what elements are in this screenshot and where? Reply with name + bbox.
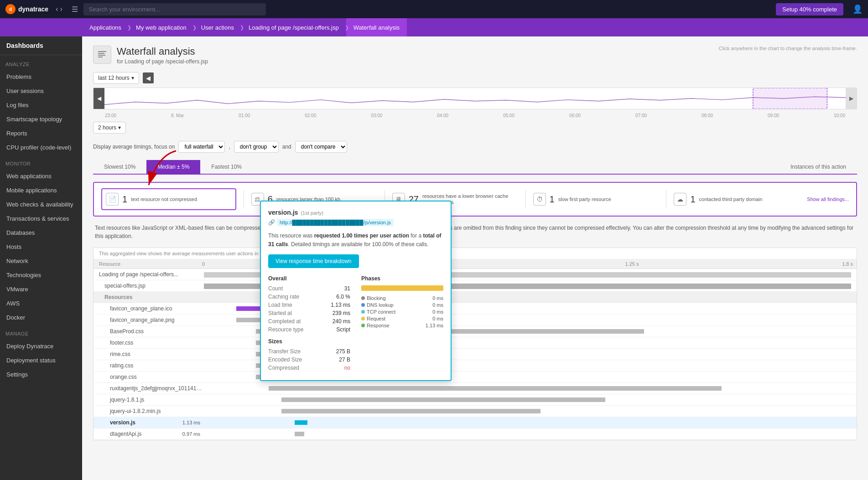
- time-range-select[interactable]: last 12 hours ▾: [93, 72, 139, 84]
- tl-label-1: 8. Mar: [171, 113, 184, 118]
- wf-row-8[interactable]: rating.css: [94, 360, 857, 372]
- setup-button[interactable]: Setup 40% complete: [776, 3, 843, 15]
- svg-rect-4: [753, 88, 827, 109]
- wf-name-0: Loading of page /special-offers...: [99, 271, 204, 278]
- findings-bar: 📄 1 text resource not compressed ⚖ 6 res…: [93, 182, 857, 217]
- wf-bar-segment-vs: [295, 420, 307, 425]
- tl-label-5: 04:00: [437, 113, 448, 118]
- wf-row-version-js[interactable]: version.js 1.13 ms: [94, 417, 857, 428]
- val-restype: Script: [336, 326, 350, 333]
- breadcrumb-my-web-app[interactable]: My web application: [129, 18, 194, 36]
- tab-fastest[interactable]: Fastest 10%: [200, 160, 253, 175]
- sidebar-item-technologies[interactable]: Technologies: [0, 268, 82, 282]
- wf-row-5[interactable]: BaseProd.css: [94, 326, 857, 337]
- page-title: Waterfall analysis: [117, 46, 208, 57]
- popup-bold1: requested 1.00 times per user action: [314, 232, 409, 239]
- sidebar: Dashboards Analyze Problems User session…: [0, 36, 82, 480]
- tab-instances[interactable]: Instances of this action: [780, 160, 857, 175]
- sidebar-item-reports[interactable]: Reports: [0, 126, 82, 140]
- tab-slowest[interactable]: Slowest 10%: [93, 160, 146, 175]
- wf-row-11[interactable]: jquery-1.8.1.js: [94, 394, 857, 406]
- phase-label-response: Response: [367, 323, 390, 328]
- sidebar-item-docker[interactable]: Docker: [0, 310, 82, 325]
- phase-label-tcp: TCP connect: [367, 309, 395, 315]
- sidebar-item-log-files[interactable]: Log files: [0, 98, 82, 112]
- perf-tabs: Slowest 10% Median ± 5% Fastest 10% Inst…: [93, 160, 857, 175]
- sidebar-item-transactions[interactable]: Transactions & services: [0, 212, 82, 226]
- tl-label-6: 05:00: [503, 113, 515, 118]
- breadcrumb-user-actions[interactable]: User actions: [194, 18, 241, 36]
- popup-size-2: Compressed no: [268, 365, 350, 371]
- finding-text-3: slow first party resource: [558, 196, 659, 202]
- sidebar-item-hosts[interactable]: Hosts: [0, 240, 82, 254]
- wf-row-10[interactable]: ruxitagentjs_2defgjjmoqrvx_1011410100...: [94, 383, 857, 394]
- show-all-findings[interactable]: Show all findings...: [807, 196, 849, 202]
- view-response-time-btn[interactable]: View response time breakdown: [268, 254, 359, 268]
- search-input[interactable]: [83, 3, 266, 15]
- tl-start: 0: [202, 261, 205, 267]
- link-icon: 🔗: [268, 219, 275, 226]
- sidebar-item-network[interactable]: Network: [0, 254, 82, 268]
- back-button[interactable]: ‹: [56, 5, 58, 13]
- wf-row-4[interactable]: favicon_orange_plane.png: [94, 315, 857, 326]
- wf-time-version-js: 1.13 ms: [177, 420, 204, 425]
- sidebar-item-cpu-profiler[interactable]: CPU profiler (code-level): [0, 140, 82, 155]
- timings-label: Display average timings, focus on: [93, 144, 175, 150]
- sidebar-item-problems[interactable]: Problems: [0, 70, 82, 84]
- sidebar-item-web-checks[interactable]: Web checks & availability: [0, 197, 82, 212]
- wf-name-1: special-offers.jsp: [99, 283, 204, 289]
- chart-forward-nav[interactable]: ▶: [846, 88, 857, 109]
- group-select[interactable]: don't group: [234, 141, 279, 153]
- tl-label-9: 08:00: [702, 113, 713, 118]
- resource-popup: version.js (1st party) 🔗 http://████████…: [260, 201, 452, 381]
- sidebar-dashboards[interactable]: Dashboards: [0, 36, 82, 55]
- wf-row-9[interactable]: orange.css: [94, 372, 857, 383]
- phase-label-dns: DNS lookup: [367, 302, 394, 308]
- phase-response: Response 1.13 ms: [361, 323, 443, 328]
- content-inner: Waterfall analysis for Loading of page /…: [82, 36, 868, 449]
- sidebar-item-smartscape[interactable]: Smartscape topology: [0, 112, 82, 126]
- wf-row-12[interactable]: jquery-ui-1.8.2.min.js: [94, 406, 857, 417]
- sidebar-item-deploy[interactable]: Deploy Dynatrace: [0, 339, 82, 353]
- val-cache: 6.0 %: [336, 294, 350, 300]
- mini-chart[interactable]: ◀ ▶: [93, 88, 857, 109]
- popup-url-row[interactable]: 🔗 http://████████████████████/js/version…: [268, 219, 443, 226]
- breadcrumb-loading-page[interactable]: Loading of page /special-offers.jsp: [241, 18, 346, 36]
- wf-row-0[interactable]: Loading of page /special-offers...: [94, 269, 857, 280]
- finding-slow-first-party[interactable]: ⏱ 1 slow first party resource: [533, 193, 659, 206]
- sidebar-item-deployment-status[interactable]: Deployment status: [0, 353, 82, 367]
- wf-row-3[interactable]: favicon_orange_plane.ico: [94, 303, 857, 315]
- finding-text-compressed[interactable]: 📄 1 text resource not compressed: [101, 188, 236, 210]
- sidebar-item-web-apps[interactable]: Web applications: [0, 169, 82, 183]
- wf-col-name-header: Resource: [94, 261, 198, 267]
- label-started: Started at: [268, 310, 292, 316]
- wf-row-6[interactable]: footer.css: [94, 337, 857, 349]
- sidebar-item-settings[interactable]: Settings: [0, 367, 82, 382]
- chart-back-nav[interactable]: ◀: [94, 88, 104, 109]
- wf-row-1[interactable]: special-offers.jsp: [94, 280, 857, 292]
- forward-button[interactable]: ›: [60, 5, 62, 13]
- top-nav-icon[interactable]: ☰: [72, 5, 78, 14]
- comma-separator: ,: [229, 144, 230, 150]
- breadcrumb-waterfall[interactable]: Waterfall analysis: [346, 18, 407, 36]
- finding-third-party[interactable]: ☁ 1 contacted third party domain: [674, 193, 800, 206]
- chart-back-button[interactable]: ◀: [143, 72, 154, 83]
- phase-dot-response: [361, 324, 365, 327]
- tab-median[interactable]: Median ± 5%: [146, 160, 200, 175]
- svg-rect-3: [98, 57, 103, 57]
- sidebar-item-user-sessions[interactable]: User sessions: [0, 84, 82, 98]
- user-avatar[interactable]: 👤: [852, 4, 863, 14]
- wf-row-7[interactable]: rime.css: [94, 349, 857, 360]
- compare-select[interactable]: don't compare: [295, 141, 347, 153]
- breadcrumb-applications[interactable]: Applications: [82, 18, 129, 36]
- sidebar-item-mobile-apps[interactable]: Mobile applications: [0, 183, 82, 197]
- duration-select[interactable]: 2 hours ▾: [93, 122, 126, 134]
- focus-select[interactable]: full waterfall: [178, 141, 225, 153]
- logo-icon: d: [5, 4, 16, 14]
- sidebar-item-databases[interactable]: Databases: [0, 226, 82, 240]
- sidebar-item-aws[interactable]: AWS: [0, 296, 82, 310]
- wf-time-dtagent: 0.97 ms: [177, 431, 204, 437]
- mini-chart-timeline[interactable]: [104, 88, 846, 109]
- wf-row-dtagent[interactable]: dtagentApi.js 0.97 ms: [94, 428, 857, 440]
- sidebar-item-vmware[interactable]: VMware: [0, 282, 82, 296]
